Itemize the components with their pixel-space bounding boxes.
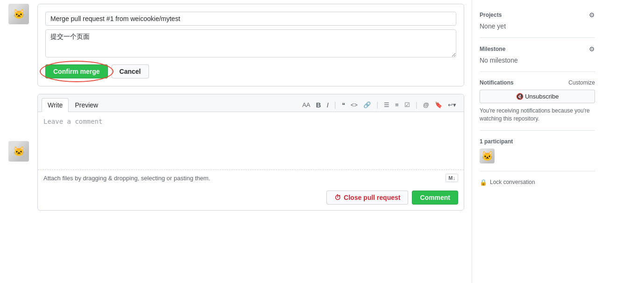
comment-footer: Attach files by dragging & dropping, sel… bbox=[38, 170, 464, 186]
comment-button[interactable]: Comment bbox=[412, 191, 458, 205]
sidebar-milestone-value: No milestone bbox=[480, 57, 595, 64]
comment-submit-row: ⏱ Close pull request Comment bbox=[38, 186, 464, 210]
participant-cat-avatar: 🐱 bbox=[480, 149, 495, 163]
cancel-button[interactable]: Cancel bbox=[112, 64, 149, 78]
toolbar-italic[interactable]: I bbox=[326, 101, 328, 109]
tab-preview[interactable]: Preview bbox=[69, 98, 104, 112]
sidebar-projects-section: Projects ⚙ None yet bbox=[480, 4, 595, 38]
separator1: | bbox=[334, 101, 336, 109]
toolbar-reply[interactable]: ↩▾ bbox=[448, 101, 456, 108]
participants-title: 1 participant bbox=[480, 138, 595, 145]
toolbar-aa[interactable]: AA bbox=[302, 101, 310, 108]
gear-icon-projects[interactable]: ⚙ bbox=[589, 11, 595, 19]
sidebar-milestone-header: Milestone ⚙ bbox=[480, 45, 595, 53]
merge-title-input[interactable] bbox=[45, 12, 456, 26]
comment-tabs-bar: Write Preview AA B I | ❝ <> 🔗 | ☰ ≡ ☑ | … bbox=[38, 94, 464, 112]
toolbar-quote[interactable]: ❝ bbox=[342, 101, 345, 108]
cat-avatar-top: 🐱 bbox=[8, 4, 29, 24]
toolbar-code[interactable]: <> bbox=[351, 101, 358, 108]
toolbar-ol[interactable]: ≡ bbox=[395, 101, 399, 108]
sidebar: Projects ⚙ None yet Milestone ⚙ No miles… bbox=[472, 0, 602, 283]
avatar-column: 🐱 🐱 bbox=[0, 0, 37, 283]
sidebar-milestone-title: Milestone bbox=[480, 46, 505, 52]
toolbar-link[interactable]: 🔗 bbox=[363, 101, 371, 108]
sidebar-milestone-section: Milestone ⚙ No milestone bbox=[480, 38, 595, 72]
sidebar-notifications-section: Notifications Customize 🔇 Unsubscribe Yo… bbox=[480, 72, 595, 131]
avatar-bottom: 🐱 bbox=[8, 141, 29, 162]
lock-label[interactable]: Lock conversation bbox=[490, 179, 535, 185]
separator2: | bbox=[376, 101, 378, 109]
main-content: 提交一个页面 Confirm merge Cancel Write Previe… bbox=[37, 0, 472, 283]
avatar-top: 🐱 bbox=[8, 4, 29, 24]
comment-textarea[interactable] bbox=[38, 112, 464, 168]
sidebar-lock-section: 🔒 Lock conversation bbox=[480, 171, 595, 193]
confirm-merge-button[interactable]: Confirm merge bbox=[45, 64, 108, 78]
tab-write[interactable]: Write bbox=[42, 98, 69, 112]
toolbar-bookmark[interactable]: 🔖 bbox=[435, 101, 442, 108]
merge-box: 提交一个页面 Confirm merge Cancel bbox=[37, 4, 464, 86]
toolbar-ul[interactable]: ☰ bbox=[384, 101, 389, 108]
sidebar-projects-title: Projects bbox=[480, 12, 502, 18]
toolbar-bold[interactable]: B bbox=[316, 101, 321, 109]
close-pr-label: Close pull request bbox=[344, 194, 400, 201]
sidebar-notifications-title: Notifications bbox=[480, 79, 514, 86]
toolbar-mention[interactable]: @ bbox=[423, 101, 429, 108]
confirm-merge-wrapper: Confirm merge bbox=[45, 64, 108, 78]
customize-link[interactable]: Customize bbox=[568, 79, 595, 86]
gear-icon-milestone[interactable]: ⚙ bbox=[589, 45, 595, 53]
unsubscribe-button[interactable]: 🔇 Unsubscribe bbox=[480, 90, 595, 103]
participant-avatar: 🐱 bbox=[480, 149, 495, 163]
merge-actions: Confirm merge Cancel bbox=[45, 64, 456, 78]
comment-toolbar: AA B I | ❝ <> 🔗 | ☰ ≡ ☑ | @ 🔖 ↩▾ bbox=[298, 99, 460, 111]
sidebar-projects-header: Projects ⚙ bbox=[480, 11, 595, 19]
close-pr-icon: ⏱ bbox=[334, 194, 341, 201]
sidebar-participants-section: 1 participant 🐱 bbox=[480, 131, 595, 171]
notifications-text: You're receiving notifications because y… bbox=[480, 107, 595, 123]
lock-icon: 🔒 bbox=[480, 179, 487, 186]
comment-box: Write Preview AA B I | ❝ <> 🔗 | ☰ ≡ ☑ | … bbox=[37, 94, 464, 211]
sidebar-projects-value: None yet bbox=[480, 22, 595, 30]
close-pr-button[interactable]: ⏱ Close pull request bbox=[326, 191, 408, 205]
attach-text: Attach files by dragging & dropping, sel… bbox=[43, 175, 210, 182]
sidebar-notifications-header: Notifications Customize bbox=[480, 79, 595, 86]
merge-desc-input[interactable]: 提交一个页面 bbox=[45, 29, 456, 57]
cat-avatar-bottom: 🐱 bbox=[8, 141, 29, 162]
toolbar-task[interactable]: ☑ bbox=[404, 101, 410, 108]
markdown-icon: M↓ bbox=[446, 174, 458, 182]
separator3: | bbox=[416, 101, 418, 109]
